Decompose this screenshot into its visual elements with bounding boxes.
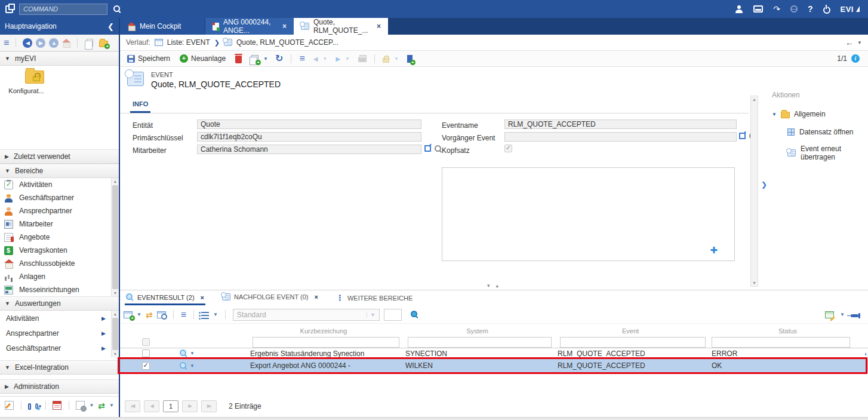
- dropdown-caret-icon[interactable]: ▼: [109, 403, 114, 408]
- column-header-system[interactable]: System: [401, 327, 553, 335]
- filter-event-input[interactable]: [560, 337, 706, 348]
- command-input[interactable]: [19, 4, 107, 15]
- mitarbeiter-field[interactable]: [197, 145, 421, 154]
- row-checkbox[interactable]: [142, 362, 150, 370]
- select-caret-icon[interactable]: ▼: [367, 312, 375, 318]
- sidebar-item-vertragskonten[interactable]: Vertragskonten: [0, 244, 119, 257]
- scroll-down-icon[interactable]: ▼: [112, 352, 119, 356]
- tab-nachfolge-event[interactable]: NACHFOLGE EVENT (0) ×: [221, 290, 319, 303]
- section-administration[interactable]: ▶ Administration: [0, 379, 119, 394]
- sync-icon[interactable]: ⇄: [98, 401, 105, 410]
- scrollbar-thumb[interactable]: [112, 185, 118, 289]
- section-bereiche[interactable]: ▼ Bereiche: [0, 164, 119, 178]
- section-myevi[interactable]: ▼ myEVI: [0, 51, 119, 66]
- sidebar-item-messeinrichtungen[interactable]: Messeinrichtungen: [0, 283, 119, 296]
- previous-page-button[interactable]: ◀: [144, 400, 159, 412]
- user-icon[interactable]: [735, 5, 743, 13]
- konfiguration-label[interactable]: Konfigurat...: [0, 87, 53, 94]
- scroll-down-icon[interactable]: ▼: [752, 281, 756, 285]
- dropdown-caret-icon[interactable]: ▼: [89, 403, 94, 408]
- close-tab-icon[interactable]: ×: [282, 22, 287, 30]
- table-menu-icon[interactable]: ≡: [181, 310, 186, 320]
- breadcrumb-list-event[interactable]: Liste: EVENT: [167, 38, 210, 47]
- open-vorgaenger-icon[interactable]: [739, 133, 746, 139]
- table-search-icon[interactable]: [411, 311, 418, 318]
- table-row-selected[interactable]: ▼ Export Angebot ANG 0000244 - WILKEN RL…: [120, 359, 868, 372]
- auswertung-item-aktivitaeten[interactable]: Aktivitäten ▶: [0, 311, 119, 326]
- row-action-icon[interactable]: [180, 362, 187, 370]
- note-icon[interactable]: [5, 401, 14, 410]
- sidebar-item-angebote[interactable]: Angebote: [0, 231, 119, 244]
- row-action-icon[interactable]: [180, 350, 187, 357]
- scroll-up-icon[interactable]: ▲: [112, 179, 119, 183]
- new-row-icon[interactable]: [124, 311, 133, 318]
- action-datensatz-oeffnen[interactable]: Datensatz öffnen: [787, 128, 867, 136]
- new-record-button[interactable]: Neuanlage: [177, 53, 228, 64]
- calendar-icon[interactable]: [53, 401, 61, 410]
- entitaet-field[interactable]: [197, 119, 421, 129]
- nav-back-icon[interactable]: ◀: [23, 38, 32, 48]
- current-page-button[interactable]: 1: [163, 400, 178, 412]
- scrollbar-thumb[interactable]: [112, 318, 118, 350]
- close-tab-icon[interactable]: ×: [201, 294, 204, 301]
- section-zuletzt-verwendet[interactable]: ▶ Zuletzt verwendet: [0, 149, 119, 164]
- search-in-table-icon[interactable]: [157, 311, 166, 318]
- next-record-icon[interactable]: ▶: [335, 56, 340, 62]
- view-settings-icon[interactable]: [201, 312, 209, 319]
- breadcrumb-current[interactable]: Quote, RLM_QUOTE_ACCEP...: [236, 38, 338, 47]
- auswertungen-scrollbar[interactable]: ▲ ▼: [111, 311, 119, 357]
- row-action-dropdown-icon[interactable]: ▼: [190, 351, 195, 356]
- copy-dropdown-icon[interactable]: ▼: [263, 56, 268, 62]
- next-page-button[interactable]: ▶: [182, 400, 198, 412]
- history-dropdown-icon[interactable]: ▼: [857, 40, 862, 45]
- kopfsatz-checkbox[interactable]: [504, 145, 512, 152]
- nav-up-icon[interactable]: ▲: [49, 38, 59, 48]
- tab-eventresult[interactable]: EVENTRESULT (2) ×: [125, 290, 205, 305]
- copy-icon[interactable]: [87, 39, 93, 47]
- actions-group-allgemein[interactable]: ▼ Allgemein: [772, 110, 867, 118]
- row-checkbox[interactable]: [142, 350, 150, 357]
- tab-mein-cockpit[interactable]: Mein Cockpit: [120, 18, 205, 35]
- sidebar-item-geschaeftspartner[interactable]: Geschäftspartner: [0, 191, 119, 204]
- close-tab-icon[interactable]: ×: [315, 293, 318, 301]
- content-scrollbar[interactable]: ▲ ▼: [750, 96, 758, 287]
- sidebar-item-anschlussobjekte[interactable]: Anschlussobjekte: [0, 257, 119, 270]
- last-page-button[interactable]: ▶|: [201, 400, 217, 412]
- nav-forward-icon[interactable]: ▶: [36, 38, 45, 48]
- eventname-field[interactable]: [504, 119, 737, 129]
- row-expand-arrow-icon[interactable]: ‹: [864, 350, 867, 357]
- splitter-handle[interactable]: ▾▴: [487, 283, 504, 289]
- menu-icon[interactable]: ≡: [4, 38, 9, 48]
- watch-favorites-icon[interactable]: [35, 403, 38, 409]
- action-event-erneut-uebertragen[interactable]: Event erneut übertragen: [787, 145, 867, 161]
- auswertung-item-ansprechpartner[interactable]: Ansprechpartner ▶: [0, 326, 119, 341]
- save-button[interactable]: Speichern: [125, 53, 173, 64]
- quick-filter-input[interactable]: [384, 309, 402, 321]
- info-icon[interactable]: [851, 54, 860, 63]
- row-action-dropdown-icon[interactable]: ▼: [190, 363, 195, 369]
- tab-info[interactable]: INFO: [130, 100, 150, 113]
- table-row[interactable]: ▼ Ergebnis Statusänderung Synection SYNE…: [120, 348, 868, 359]
- bookmark-add-icon[interactable]: [407, 55, 413, 63]
- view-select[interactable]: Standard ▼: [233, 309, 380, 321]
- filter-kurzbezeichung-input[interactable]: [253, 337, 399, 348]
- new-folder-icon[interactable]: [99, 41, 108, 47]
- tab-angebot[interactable]: ANG 0000244, ANGE... ×: [205, 18, 294, 35]
- sidebar-item-mitarbeiter[interactable]: Mitarbeiter: [0, 217, 119, 231]
- collapse-sidebar-icon[interactable]: ❮: [107, 22, 114, 31]
- column-header-event[interactable]: Event: [553, 327, 707, 335]
- sidebar-item-ansprechpartner[interactable]: Ansprechpartner: [0, 204, 119, 217]
- filter-status-input[interactable]: [712, 337, 850, 348]
- move-all-icon[interactable]: ✚: [710, 245, 718, 256]
- first-page-button[interactable]: |◀: [125, 400, 140, 412]
- help-icon[interactable]: ?: [808, 5, 813, 13]
- new-row-dropdown-icon[interactable]: ▼: [137, 312, 141, 317]
- sidebar-item-anlagen[interactable]: Anlagen: [0, 270, 119, 283]
- pin-panel-icon[interactable]: [851, 314, 858, 317]
- select-all-checkbox[interactable]: [142, 338, 150, 346]
- excel-export-icon[interactable]: [825, 311, 834, 318]
- konfiguration-folder-icon[interactable]: [25, 70, 44, 84]
- scroll-down-icon[interactable]: ▼: [112, 291, 119, 295]
- bereiche-scrollbar[interactable]: ▲ ▼: [111, 178, 119, 296]
- scroll-up-icon[interactable]: ▲: [752, 97, 756, 102]
